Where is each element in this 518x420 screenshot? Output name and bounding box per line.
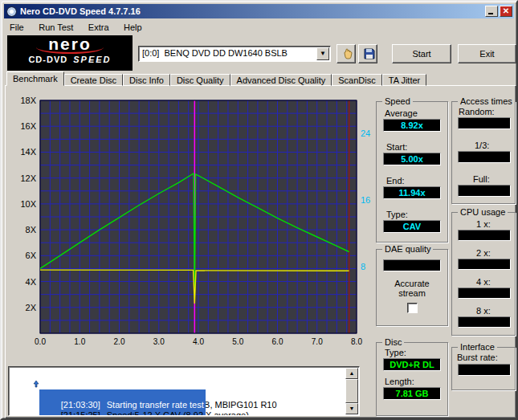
disc-group: Disc Type: DVD+R DL Length: 7.81 GB [376, 342, 448, 416]
svg-text:8.0: 8.0 [351, 337, 362, 346]
accurate-stream-label-line1: Accurate [377, 279, 447, 288]
log-row[interactable]: [21:03:08]Disc: DVD+R DL, 7.81 GB, MBIPG… [25, 369, 279, 379]
interface-group-title: Interface [458, 342, 497, 352]
transfer-test-icon [12, 369, 22, 378]
svg-text:10X: 10X [20, 199, 36, 209]
svg-text:24: 24 [361, 128, 370, 138]
dae-quality-group-title: DAE quality [382, 244, 433, 254]
log-row[interactable]: [21:03:30]Starting transfer rate test [25, 379, 206, 389]
menu-extra[interactable]: Extra [83, 21, 115, 35]
accurate-stream-checkbox[interactable] [407, 303, 418, 313]
disc-group-title: Disc [382, 337, 404, 347]
svg-text:7.0: 7.0 [312, 337, 323, 346]
log-scrollbar[interactable] [345, 368, 358, 414]
cpu-2x-value [458, 259, 511, 270]
start-value: 5.00x [383, 153, 441, 165]
drive-select-value: [0:0] BENQ DVD DD DW1640 BSLB [142, 48, 288, 58]
exit-button[interactable]: Exit [458, 44, 516, 63]
tab-ta-jitter[interactable]: TA Jitter [382, 74, 427, 86]
one-third-value [458, 151, 511, 163]
menu-file[interactable]: File [4, 21, 30, 35]
burst-rate-label: Burst rate: [457, 353, 498, 362]
tab-disc-quality[interactable]: Disc Quality [170, 74, 230, 86]
hand-icon [341, 47, 354, 60]
svg-text:18X: 18X [20, 96, 36, 105]
full-label: Full: [473, 174, 490, 184]
dae-quality-value [383, 259, 441, 271]
cpu-4x-label: 4 x: [476, 277, 491, 287]
type-label: Type: [386, 210, 408, 219]
tab-advanced-disc-quality[interactable]: Advanced Disc Quality [230, 74, 332, 86]
svg-text:12X: 12X [20, 173, 36, 183]
svg-text:8X: 8X [26, 225, 37, 234]
average-label: Average [385, 108, 418, 118]
svg-text:6.0: 6.0 [272, 337, 283, 346]
options-button[interactable] [336, 44, 356, 63]
svg-text:8: 8 [361, 262, 365, 271]
logo-subtitle: CD-DVD SPEED [7, 53, 133, 66]
type-value: CAV [383, 220, 441, 233]
log-row[interactable]: [21:15:25]Elapsed Time: 11:54 [25, 400, 188, 410]
start-label: Start: [386, 142, 407, 152]
speed-group-title: Speed [382, 96, 413, 106]
svg-text:2.0: 2.0 [114, 337, 125, 346]
svg-text:4.0: 4.0 [193, 337, 204, 346]
window-title: Nero CD-DVD Speed 4.7.7.16 [20, 6, 483, 16]
tab-benchmark[interactable]: Benchmark [6, 71, 64, 86]
minimize-button[interactable] [485, 6, 498, 17]
svg-text:5.0: 5.0 [232, 337, 243, 346]
log-row[interactable]: [21:15:25]Speed:5-12 X CAV (8.92 X avera… [25, 389, 251, 400]
dropdown-arrow-icon[interactable] [316, 47, 329, 60]
app-window: Nero CD-DVD Speed 4.7.7.16 File Run Test… [0, 0, 518, 420]
disc-length-label: Length: [385, 377, 414, 386]
svg-text:2X: 2X [26, 303, 37, 312]
interface-group: Interface Burst rate: [451, 347, 516, 390]
title-bar[interactable]: Nero CD-DVD Speed 4.7.7.16 [4, 4, 514, 18]
burst-rate-value [458, 364, 511, 376]
menu-run-test[interactable]: Run Test [33, 21, 79, 35]
access-times-group-title: Access times [458, 96, 515, 106]
svg-text:16X: 16X [20, 121, 36, 131]
accurate-stream-label-line2: stream [377, 288, 447, 298]
nero-logo: nero CD-DVD SPEED [7, 35, 133, 71]
save-button[interactable] [358, 44, 377, 63]
scroll-up-icon[interactable] [345, 368, 358, 379]
cpu-usage-group: CPU usage 1 x: 2 x: 4 x: 8 x: [451, 212, 516, 336]
cpu-1x-label: 1 x: [476, 219, 491, 229]
svg-text:16: 16 [361, 195, 370, 205]
random-value [458, 117, 511, 129]
logo-text-cddvd: CD-DVD [28, 55, 67, 64]
svg-text:1.0: 1.0 [74, 337, 85, 346]
benchmark-chart: 2X4X6X8X10X12X14X16X18X816240.01.02.03.0… [11, 95, 374, 353]
cpu-8x-value [458, 316, 511, 328]
disc-type-label: Type: [385, 348, 406, 357]
end-label: End: [386, 176, 405, 186]
svg-text:4X: 4X [26, 277, 37, 287]
logo-swoosh [36, 41, 104, 54]
full-value [458, 185, 511, 197]
save-icon [363, 47, 376, 60]
tab-create-disc[interactable]: Create Disc [64, 74, 123, 86]
menu-help[interactable]: Help [118, 21, 148, 35]
cpu-usage-group-title: CPU usage [458, 207, 508, 217]
logo-text-speed: SPEED [73, 55, 111, 64]
one-third-label: 1/3: [475, 141, 489, 150]
disc-type-value: DVD+R DL [383, 358, 441, 371]
start-button[interactable]: Start [392, 44, 451, 63]
scroll-down-icon[interactable] [345, 403, 358, 414]
log-list[interactable]: [21:03:08]Disc: DVD+R DL, 7.81 GB, MBIPG… [8, 366, 360, 416]
scrollbar-thumb[interactable] [345, 379, 358, 403]
drive-select[interactable]: [0:0] BENQ DVD DD DW1640 BSLB [138, 46, 331, 62]
access-times-group: Access times Random: 1/3: Full: [451, 101, 516, 204]
svg-text:3.0: 3.0 [153, 337, 165, 346]
tab-scandisc[interactable]: ScanDisc [332, 74, 381, 86]
tab-strip: BenchmarkCreate DiscDisc InfoDisc Qualit… [6, 71, 426, 86]
svg-text:0.0: 0.0 [35, 337, 46, 346]
tab-disc-info[interactable]: Disc Info [123, 74, 170, 86]
menu-bar: File Run Test Extra Help [4, 19, 514, 33]
cpu-2x-label: 2 x: [476, 248, 491, 258]
close-button[interactable] [500, 6, 512, 17]
average-value: 8.92x [383, 119, 441, 132]
disc-length-value: 7.81 GB [383, 387, 441, 400]
dae-quality-group: DAE quality Accurate stream [376, 249, 448, 326]
